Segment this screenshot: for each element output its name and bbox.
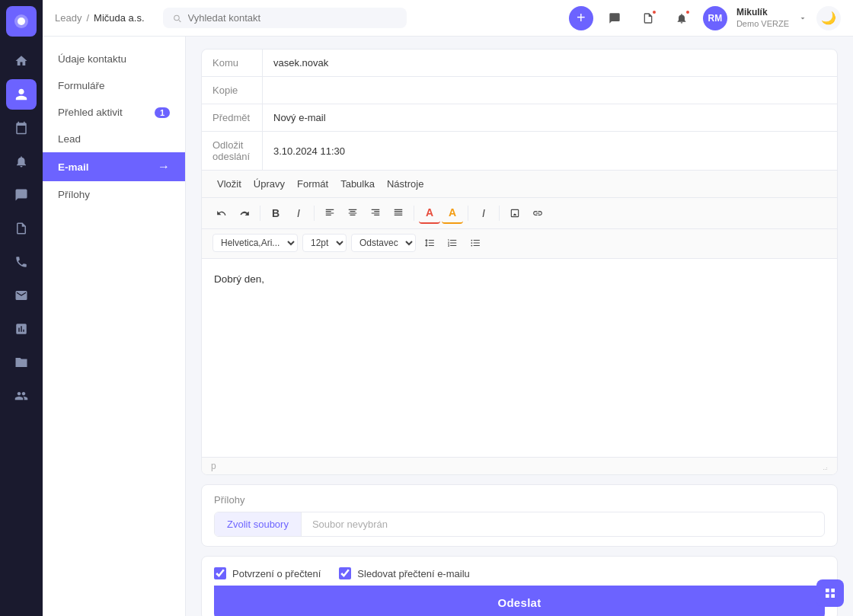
sidebar-item-prehled[interactable]: Přehled aktivit 1: [43, 99, 185, 126]
toolbar-format-1: B I A A I: [202, 198, 837, 229]
add-button[interactable]: +: [569, 6, 593, 30]
group-icon-btn[interactable]: [6, 381, 37, 411]
font-select[interactable]: Helvetica,Ari...: [212, 234, 298, 252]
sep-4: [468, 206, 468, 221]
menu-format[interactable]: Formát: [291, 175, 334, 193]
sep-5: [499, 206, 500, 221]
predmet-input[interactable]: [263, 104, 837, 131]
send-btn-row: Odeslat: [214, 586, 825, 616]
komu-label: Komu: [202, 49, 263, 76]
menu-upravy[interactable]: Úpravy: [248, 175, 291, 193]
sidebar-item-prilohy[interactable]: Přílohy: [43, 181, 185, 208]
file-name-label: Soubor nevybrán: [302, 512, 824, 536]
sep-3: [414, 206, 414, 221]
sidebar-item-formulare[interactable]: Formuláře: [43, 72, 185, 99]
sep-2: [314, 206, 315, 221]
track-read-checkbox[interactable]: [339, 567, 351, 579]
size-select[interactable]: 12pt: [302, 234, 347, 252]
odlozit-label: Odložit odeslání: [202, 132, 263, 170]
track-read-checkbox-label[interactable]: Sledovat přečtení e-mailu: [339, 567, 469, 579]
svg-point-1: [18, 18, 25, 25]
ordered-list-button[interactable]: [442, 232, 463, 254]
logo-button[interactable]: [6, 6, 37, 37]
calendar-icon-btn[interactable]: [6, 113, 37, 143]
sidebar-item-udaje[interactable]: Údaje kontaktu: [43, 46, 185, 72]
align-justify-button[interactable]: [388, 203, 409, 224]
search-bar: [163, 8, 407, 28]
odlozit-input[interactable]: [263, 138, 837, 164]
user-name: Mikulík: [736, 7, 789, 19]
read-receipt-checkbox[interactable]: [214, 567, 226, 579]
bottom-panel: Potvrzení o přečtení Sledovat přečtení e…: [201, 556, 838, 616]
send-button[interactable]: Odeslat: [214, 586, 825, 616]
choose-files-button[interactable]: Zvolit soubory: [215, 512, 302, 536]
email-icon-btn[interactable]: [6, 280, 37, 311]
read-receipt-checkbox-label[interactable]: Potvrzení o přečtení: [214, 567, 321, 579]
align-center-button[interactable]: [342, 203, 363, 224]
grid-button[interactable]: [816, 579, 844, 607]
breadcrumb-current: Mičuda a.s.: [94, 12, 144, 24]
avatar[interactable]: RM: [703, 6, 727, 30]
person-icon-btn[interactable]: [6, 79, 37, 110]
editor-tag: p: [211, 461, 216, 471]
predmet-label: Předmět: [202, 104, 263, 131]
komu-input[interactable]: [263, 49, 837, 76]
chart-icon-btn[interactable]: [6, 314, 37, 344]
predmet-row: Předmět: [202, 104, 837, 132]
menu-nastroje[interactable]: Nástroje: [381, 175, 430, 193]
align-right-button[interactable]: [365, 203, 386, 224]
search-icon: [172, 13, 182, 24]
unordered-list-button[interactable]: [465, 232, 486, 254]
file-icon-btn[interactable]: [6, 213, 37, 244]
text-color-button[interactable]: A: [419, 203, 440, 224]
home-icon-btn[interactable]: [6, 46, 37, 76]
editor-body[interactable]: Dobrý den,: [202, 259, 837, 457]
menu-tabulka[interactable]: Tabulka: [334, 175, 381, 193]
sidebar-item-email[interactable]: E-mail →: [43, 152, 185, 181]
chat-icon-btn[interactable]: [6, 180, 37, 210]
bell-header-btn[interactable]: [669, 6, 694, 30]
breadcrumb: Leady / Mičuda a.s.: [55, 12, 145, 24]
arrow-right-icon: →: [158, 160, 170, 174]
menu-vlozit[interactable]: Vložit: [211, 175, 248, 193]
sidebar: Údaje kontaktu Formuláře Přehled aktivit…: [43, 37, 186, 616]
bell-icon-btn[interactable]: [6, 146, 37, 177]
dark-mode-button[interactable]: 🌙: [816, 6, 841, 30]
line-height-button[interactable]: [419, 232, 440, 254]
email-composer: Komu Kopie Předmět Odložit odeslání Vlož…: [201, 49, 838, 475]
main-wrapper: Údaje kontaktu Formuláře Přehled aktivit…: [43, 37, 853, 616]
phone-icon-btn[interactable]: [6, 247, 37, 277]
kopie-row: Kopie: [202, 77, 837, 104]
resize-icon: [819, 461, 828, 471]
odlozit-row: Odložit odeslání: [202, 132, 837, 171]
highlight-button[interactable]: A: [442, 203, 463, 224]
breadcrumb-parent[interactable]: Leady: [55, 12, 81, 24]
undo-button[interactable]: [211, 203, 232, 224]
prehled-badge: 1: [155, 107, 170, 118]
sidebar-item-lead[interactable]: Lead: [43, 126, 185, 152]
link-button[interactable]: [527, 203, 548, 224]
track-read-label: Sledovat přečtení e-mailu: [357, 568, 469, 579]
toolbar-menu: Vložit Úpravy Formát Tabulka Nástroje: [202, 171, 837, 198]
breadcrumb-sep: /: [86, 12, 89, 24]
image-button[interactable]: [504, 203, 526, 224]
read-receipt-label: Potvrzení o přečtení: [232, 568, 321, 579]
komu-row: Komu: [202, 49, 837, 77]
italic-button[interactable]: I: [288, 203, 309, 224]
bold-button[interactable]: B: [265, 203, 286, 224]
align-left-button[interactable]: [319, 203, 340, 224]
paragraph-select[interactable]: Odstavec: [351, 234, 416, 252]
attachments-label: Přílohy: [214, 494, 825, 506]
redo-button[interactable]: [234, 203, 255, 224]
folder-icon-btn[interactable]: [6, 347, 37, 378]
search-input[interactable]: [188, 12, 398, 24]
content-area: Komu Kopie Předmět Odložit odeslání Vlož…: [186, 37, 853, 616]
header-actions: + RM Mikulík Demo VERZE 🌙: [569, 6, 841, 30]
kopie-input[interactable]: [263, 77, 837, 104]
italic2-button[interactable]: I: [473, 203, 494, 224]
icon-bar: [0, 0, 43, 616]
user-info: Mikulík Demo VERZE: [736, 7, 789, 30]
document-header-btn[interactable]: [636, 6, 660, 30]
checkbox-row: Potvrzení o přečtení Sledovat přečtení e…: [214, 557, 825, 586]
chat-header-btn[interactable]: [602, 6, 627, 30]
